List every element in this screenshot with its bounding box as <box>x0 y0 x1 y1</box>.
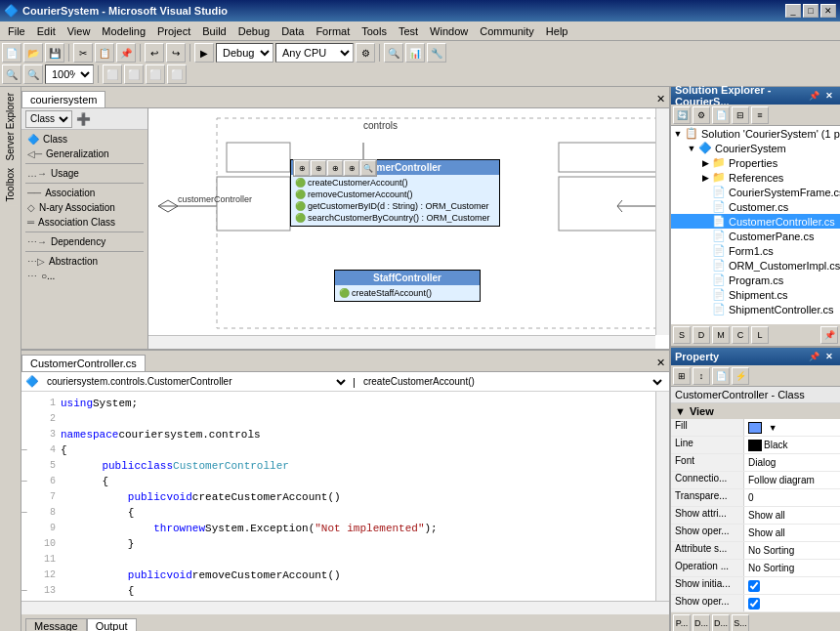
open-button[interactable]: 📂 <box>23 43 43 63</box>
tree-item-shipment[interactable]: 📄 Shipment.cs <box>671 287 840 302</box>
toolbox-item-assoc-class[interactable]: ═ Association Class <box>21 215 147 230</box>
prop-value-connection[interactable]: Follow diagram <box>744 472 840 488</box>
tb-btn-extra2[interactable]: 📊 <box>405 43 425 63</box>
solution-collapse-button[interactable]: ⊟ <box>732 106 749 124</box>
menu-file[interactable]: File <box>2 23 31 39</box>
uml-tool-btn5[interactable]: 🔍 <box>360 160 376 176</box>
prop-value-attrsorting[interactable]: No Sorting <box>744 542 840 559</box>
menu-project[interactable]: Project <box>151 23 196 39</box>
sol-tab-s[interactable]: S <box>673 326 691 344</box>
uml-tool-btn2[interactable]: ⊕ <box>311 160 326 176</box>
toolbox-item-class[interactable]: 🔷 Class <box>21 132 147 147</box>
uml-tool-btn3[interactable]: ⊕ <box>327 160 343 176</box>
menu-modeling[interactable]: Modeling <box>96 23 151 39</box>
toolbox-item-abstraction[interactable]: ⋯▷ Abstraction <box>21 254 147 269</box>
diagram-hscrollbar[interactable] <box>148 335 655 349</box>
toolbox-item-nary[interactable]: ◇ N-ary Association <box>21 200 147 215</box>
diag-btn4[interactable]: ⬜ <box>167 64 187 84</box>
prop-value-showopercheck[interactable] <box>744 595 840 611</box>
prop-value-transparency[interactable]: 0 <box>744 489 840 506</box>
tree-item-customerpane[interactable]: 📄 CustomerPane.cs <box>671 229 840 243</box>
toolbox-item-dependency[interactable]: ⋯→ Dependency <box>21 234 147 249</box>
prop-sort-az-button[interactable]: ↕ <box>693 367 710 385</box>
menu-help[interactable]: Help <box>540 23 574 39</box>
breadcrumb-left-select[interactable]: couriersystem.controls.CustomerControlle… <box>43 373 349 391</box>
prop-tab-d[interactable]: D... <box>693 614 710 631</box>
diagram-vscrollbar[interactable] <box>655 108 669 335</box>
server-explorer-tab[interactable]: Server Explorer <box>3 89 18 164</box>
tree-item-program[interactable]: 📄 Program.cs <box>671 273 840 287</box>
redo-button[interactable]: ↪ <box>166 43 186 63</box>
sol-tab-l[interactable]: L <box>751 326 769 344</box>
properties-close-button[interactable]: ✕ <box>822 350 836 363</box>
menu-window[interactable]: Window <box>424 23 474 39</box>
code-vscrollbar[interactable] <box>655 392 669 601</box>
solution-sortby-button[interactable]: ≡ <box>751 106 769 124</box>
menu-build[interactable]: Build <box>196 23 231 39</box>
code-hscrollbar[interactable] <box>21 601 669 614</box>
uml-tool-btn1[interactable]: ⊕ <box>294 160 310 176</box>
tree-item-shipmentcontroller[interactable]: 📄 ShipmentController.cs <box>671 302 840 316</box>
menu-view[interactable]: View <box>62 23 97 39</box>
tree-item-customer[interactable]: 📄 Customer.cs <box>671 199 840 214</box>
prop-value-fill[interactable]: ▼ <box>744 419 840 436</box>
menu-tools[interactable]: Tools <box>356 23 393 39</box>
sol-tab-d[interactable]: D <box>693 326 710 344</box>
solution-properties-button[interactable]: ⚙ <box>693 106 710 124</box>
fill-dropdown-icon[interactable]: ▼ <box>769 423 777 433</box>
code-tab-customercontroller[interactable]: CustomerController.cs <box>21 355 146 371</box>
diagram-tab-couriersystem[interactable]: couriersystem <box>21 91 105 107</box>
properties-pin-button[interactable]: 📌 <box>807 350 820 363</box>
toolbox-item-association[interactable]: ── Association <box>21 186 147 200</box>
solution-refresh-button[interactable]: 🔄 <box>673 106 691 124</box>
prop-tab-d2[interactable]: D... <box>712 614 730 631</box>
start-button[interactable]: ▶ <box>194 43 214 63</box>
diag-btn1[interactable]: ⬜ <box>103 64 122 84</box>
solution-explorer-pin-button[interactable]: 📌 <box>807 89 820 103</box>
zoom-in-button[interactable]: 🔍 <box>2 64 21 84</box>
tree-item-courierframe[interactable]: 📄 CourierSystemFrame.cs <box>671 185 840 199</box>
prop-events-button[interactable]: ⚡ <box>732 367 749 385</box>
tree-item-customercontroller[interactable]: 📄 CustomerController.cs <box>671 214 840 229</box>
zoom-dropdown[interactable]: 100% <box>45 64 94 84</box>
tree-item-orm[interactable]: 📄 ORM_CustomerImpl.cs <box>671 258 840 273</box>
tree-item-couriersystem[interactable]: ▼ 🔷 CourierSystem <box>671 141 840 155</box>
code-close-button[interactable]: ✕ <box>652 355 669 371</box>
maximize-button[interactable]: □ <box>803 4 819 18</box>
prop-value-line[interactable]: Black <box>744 437 840 453</box>
prop-tab-s[interactable]: S... <box>732 614 749 631</box>
copy-button[interactable]: 📋 <box>95 43 114 63</box>
prop-value-font[interactable]: Dialog <box>744 454 840 471</box>
uml-tool-btn4[interactable]: ⊕ <box>344 160 359 176</box>
paste-button[interactable]: 📌 <box>116 43 136 63</box>
code-editor[interactable]: 1 using System; 2 3 namespace couriersys… <box>21 392 655 601</box>
sol-tab-c[interactable]: C <box>732 326 749 344</box>
prop-value-showattr[interactable]: Show all <box>744 507 840 524</box>
toolbox-item-usage[interactable]: …→ Usage <box>21 166 147 181</box>
minimize-button[interactable]: _ <box>785 4 801 18</box>
prop-value-showinitial[interactable] <box>744 577 840 594</box>
showinitial-checkbox[interactable] <box>748 580 760 592</box>
prop-section-view[interactable]: ▼ View <box>671 403 840 419</box>
zoom-out-button[interactable]: 🔍 <box>23 64 43 84</box>
showoper-checkbox[interactable] <box>748 598 760 610</box>
menu-debug[interactable]: Debug <box>232 23 275 39</box>
diagram-close-button[interactable]: ✕ <box>652 91 669 107</box>
cut-button[interactable]: ✂ <box>73 43 93 63</box>
sol-pin-btn[interactable]: 📌 <box>820 326 838 344</box>
window-controls[interactable]: _ □ ✕ <box>785 4 836 18</box>
solution-explorer-close-button[interactable]: ✕ <box>822 89 836 103</box>
message-tab[interactable]: Message <box>25 618 87 631</box>
tree-item-properties[interactable]: ▶ 📁 Properties <box>671 155 840 170</box>
tree-item-form1[interactable]: 📄 Form1.cs <box>671 243 840 258</box>
diagram-canvas[interactable]: controls CustomerController 🟢 createCust… <box>148 108 669 349</box>
save-button[interactable]: 💾 <box>45 43 64 63</box>
new-button[interactable]: 📄 <box>2 43 21 63</box>
staff-controller-box[interactable]: StaffController 🟢 createStaffAccount() <box>334 270 481 302</box>
menu-data[interactable]: Data <box>275 23 310 39</box>
undo-button[interactable]: ↩ <box>145 43 164 63</box>
menu-edit[interactable]: Edit <box>31 23 62 39</box>
prop-value-opersorting[interactable]: No Sorting <box>744 560 840 576</box>
prop-tab-p[interactable]: P... <box>673 614 691 631</box>
class-type-dropdown[interactable]: Class <box>25 110 72 128</box>
